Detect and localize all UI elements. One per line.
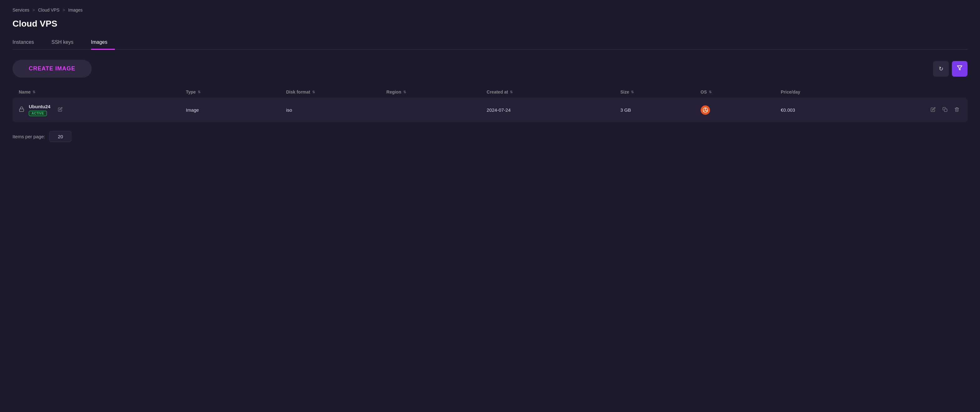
col-disk-format-sort-icon: ⇅	[312, 90, 315, 94]
svg-marker-0	[958, 66, 962, 70]
row-type: Image	[186, 107, 286, 113]
tabs-container: Instances SSH keys Images	[13, 36, 967, 50]
col-os-label: OS	[701, 89, 707, 94]
col-type-sort-icon: ⇅	[198, 90, 200, 94]
breadcrumb-sep-2: >	[62, 8, 66, 13]
status-badge: ACTIVE	[29, 111, 47, 116]
col-disk-format[interactable]: Disk format ⇅	[286, 89, 387, 94]
col-name[interactable]: Name ⇅	[19, 89, 186, 94]
refresh-button[interactable]: ↻	[933, 61, 949, 76]
filter-button[interactable]	[952, 61, 967, 76]
col-size[interactable]: Size ⇅	[620, 89, 700, 94]
col-created-at-label: Created at	[487, 89, 508, 94]
row-copy-button[interactable]	[940, 105, 949, 115]
svg-point-4	[703, 110, 704, 111]
tab-ssh-keys[interactable]: SSH keys	[51, 36, 81, 50]
col-region[interactable]: Region ⇅	[386, 89, 487, 94]
col-name-label: Name	[19, 89, 31, 94]
per-page-label: Items per page:	[13, 134, 45, 139]
col-disk-format-label: Disk format	[286, 89, 310, 94]
svg-rect-1	[19, 109, 24, 111]
row-price: €0.003	[781, 107, 881, 113]
page-title: Cloud VPS	[13, 19, 967, 29]
row-name-text: Ubuntu24	[29, 104, 50, 109]
ubuntu-os-icon	[701, 105, 710, 115]
row-size: 3 GB	[620, 107, 700, 113]
col-created-at[interactable]: Created at ⇅	[487, 89, 620, 94]
col-type-label: Type	[186, 89, 196, 94]
table-row: Ubuntu24 ACTIVE Image iso 2024-07-24 3 G…	[13, 98, 967, 122]
tab-instances[interactable]: Instances	[13, 36, 41, 50]
filter-icon	[957, 65, 963, 72]
col-actions	[881, 89, 961, 94]
row-edit-button[interactable]	[929, 105, 937, 115]
col-region-sort-icon: ⇅	[403, 90, 406, 94]
lock-icon	[19, 106, 24, 114]
svg-point-3	[705, 108, 706, 109]
col-created-at-sort-icon: ⇅	[510, 90, 513, 94]
refresh-icon: ↻	[939, 65, 943, 72]
col-size-label: Size	[620, 89, 629, 94]
col-os-sort-icon: ⇅	[709, 90, 712, 94]
toolbar-actions: ↻	[933, 61, 967, 76]
col-price-day-label: Price/day	[781, 89, 800, 94]
pagination: Items per page:	[13, 131, 967, 142]
svg-line-6	[705, 109, 705, 110]
images-table: Name ⇅ Type ⇅ Disk format ⇅ Region ⇅ Cre…	[13, 86, 967, 122]
breadcrumb-cloud-vps[interactable]: Cloud VPS	[38, 8, 59, 13]
breadcrumb: Services > Cloud VPS > Images	[13, 8, 967, 13]
create-image-button[interactable]: CREATE IMAGE	[13, 60, 92, 78]
row-actions	[881, 105, 961, 115]
svg-point-5	[706, 110, 707, 111]
toolbar: CREATE IMAGE ↻	[13, 60, 967, 78]
row-inline-edit-button[interactable]	[57, 106, 64, 114]
col-price-day[interactable]: Price/day	[781, 89, 881, 94]
row-created-at: 2024-07-24	[487, 107, 620, 113]
svg-rect-9	[944, 109, 947, 112]
col-size-sort-icon: ⇅	[631, 90, 634, 94]
tab-images[interactable]: Images	[91, 36, 115, 50]
col-name-sort-icon: ⇅	[33, 90, 35, 94]
row-disk-format: iso	[286, 107, 387, 113]
breadcrumb-current: Images	[68, 8, 83, 13]
row-name-cell: Ubuntu24 ACTIVE	[19, 104, 186, 116]
breadcrumb-sep-1: >	[33, 8, 36, 13]
col-region-label: Region	[386, 89, 401, 94]
table-header: Name ⇅ Type ⇅ Disk format ⇅ Region ⇅ Cre…	[13, 86, 967, 98]
row-os	[701, 105, 781, 115]
per-page-input[interactable]	[49, 131, 71, 142]
row-name-info: Ubuntu24 ACTIVE	[29, 104, 50, 116]
col-os[interactable]: OS ⇅	[701, 89, 781, 94]
col-type[interactable]: Type ⇅	[186, 89, 286, 94]
row-delete-button[interactable]	[953, 105, 961, 115]
breadcrumb-services[interactable]: Services	[13, 8, 29, 13]
